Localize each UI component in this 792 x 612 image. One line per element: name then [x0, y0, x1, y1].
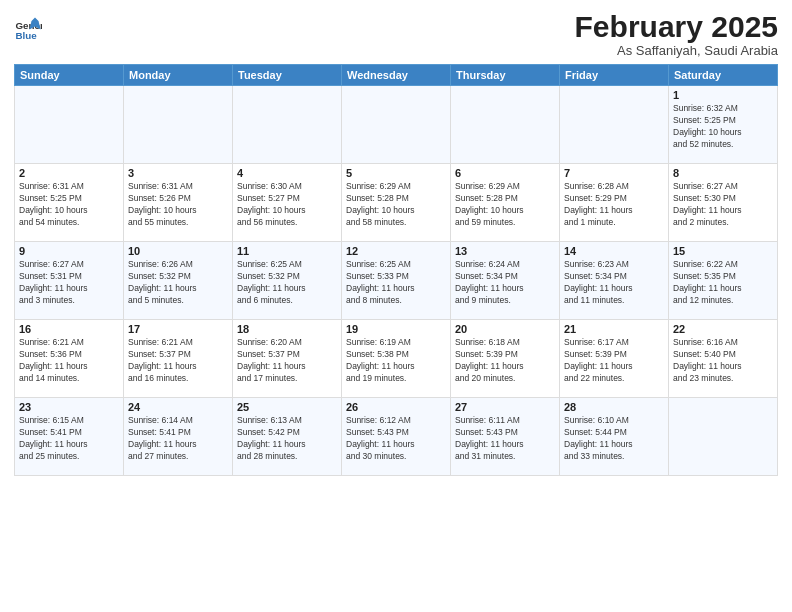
table-row: 6Sunrise: 6:29 AM Sunset: 5:28 PM Daylig… — [451, 164, 560, 242]
day-number: 25 — [237, 401, 337, 413]
table-row: 13Sunrise: 6:24 AM Sunset: 5:34 PM Dayli… — [451, 242, 560, 320]
day-number: 4 — [237, 167, 337, 179]
day-number: 20 — [455, 323, 555, 335]
day-number: 1 — [673, 89, 773, 101]
table-row: 28Sunrise: 6:10 AM Sunset: 5:44 PM Dayli… — [560, 398, 669, 476]
day-info: Sunrise: 6:27 AM Sunset: 5:30 PM Dayligh… — [673, 181, 773, 229]
day-number: 19 — [346, 323, 446, 335]
day-info: Sunrise: 6:21 AM Sunset: 5:36 PM Dayligh… — [19, 337, 119, 385]
day-number: 26 — [346, 401, 446, 413]
table-row — [560, 86, 669, 164]
day-info: Sunrise: 6:25 AM Sunset: 5:32 PM Dayligh… — [237, 259, 337, 307]
logo-icon: General Blue — [14, 14, 42, 42]
day-info: Sunrise: 6:29 AM Sunset: 5:28 PM Dayligh… — [455, 181, 555, 229]
table-row — [451, 86, 560, 164]
col-sunday: Sunday — [15, 65, 124, 86]
day-info: Sunrise: 6:21 AM Sunset: 5:37 PM Dayligh… — [128, 337, 228, 385]
week-row-1: 2Sunrise: 6:31 AM Sunset: 5:25 PM Daylig… — [15, 164, 778, 242]
day-number: 10 — [128, 245, 228, 257]
table-row — [342, 86, 451, 164]
table-row: 26Sunrise: 6:12 AM Sunset: 5:43 PM Dayli… — [342, 398, 451, 476]
day-number: 11 — [237, 245, 337, 257]
day-info: Sunrise: 6:10 AM Sunset: 5:44 PM Dayligh… — [564, 415, 664, 463]
table-row — [124, 86, 233, 164]
day-number: 12 — [346, 245, 446, 257]
table-row: 8Sunrise: 6:27 AM Sunset: 5:30 PM Daylig… — [669, 164, 778, 242]
table-row: 16Sunrise: 6:21 AM Sunset: 5:36 PM Dayli… — [15, 320, 124, 398]
table-row: 17Sunrise: 6:21 AM Sunset: 5:37 PM Dayli… — [124, 320, 233, 398]
calendar-table: Sunday Monday Tuesday Wednesday Thursday… — [14, 64, 778, 476]
day-info: Sunrise: 6:27 AM Sunset: 5:31 PM Dayligh… — [19, 259, 119, 307]
table-row — [233, 86, 342, 164]
day-number: 5 — [346, 167, 446, 179]
table-row: 10Sunrise: 6:26 AM Sunset: 5:32 PM Dayli… — [124, 242, 233, 320]
week-row-0: 1Sunrise: 6:32 AM Sunset: 5:25 PM Daylig… — [15, 86, 778, 164]
table-row: 20Sunrise: 6:18 AM Sunset: 5:39 PM Dayli… — [451, 320, 560, 398]
day-info: Sunrise: 6:25 AM Sunset: 5:33 PM Dayligh… — [346, 259, 446, 307]
day-info: Sunrise: 6:20 AM Sunset: 5:37 PM Dayligh… — [237, 337, 337, 385]
day-number: 9 — [19, 245, 119, 257]
day-info: Sunrise: 6:22 AM Sunset: 5:35 PM Dayligh… — [673, 259, 773, 307]
title-block: February 2025 As Saffaniyah, Saudi Arabi… — [575, 10, 778, 58]
day-info: Sunrise: 6:11 AM Sunset: 5:43 PM Dayligh… — [455, 415, 555, 463]
table-row: 21Sunrise: 6:17 AM Sunset: 5:39 PM Dayli… — [560, 320, 669, 398]
header-row: Sunday Monday Tuesday Wednesday Thursday… — [15, 65, 778, 86]
day-info: Sunrise: 6:30 AM Sunset: 5:27 PM Dayligh… — [237, 181, 337, 229]
day-number: 16 — [19, 323, 119, 335]
table-row: 24Sunrise: 6:14 AM Sunset: 5:41 PM Dayli… — [124, 398, 233, 476]
calendar-title: February 2025 — [575, 10, 778, 43]
col-monday: Monday — [124, 65, 233, 86]
day-number: 13 — [455, 245, 555, 257]
col-tuesday: Tuesday — [233, 65, 342, 86]
table-row: 25Sunrise: 6:13 AM Sunset: 5:42 PM Dayli… — [233, 398, 342, 476]
table-row: 9Sunrise: 6:27 AM Sunset: 5:31 PM Daylig… — [15, 242, 124, 320]
day-number: 8 — [673, 167, 773, 179]
day-number: 18 — [237, 323, 337, 335]
table-row: 15Sunrise: 6:22 AM Sunset: 5:35 PM Dayli… — [669, 242, 778, 320]
day-info: Sunrise: 6:16 AM Sunset: 5:40 PM Dayligh… — [673, 337, 773, 385]
table-row: 14Sunrise: 6:23 AM Sunset: 5:34 PM Dayli… — [560, 242, 669, 320]
table-row: 22Sunrise: 6:16 AM Sunset: 5:40 PM Dayli… — [669, 320, 778, 398]
day-info: Sunrise: 6:18 AM Sunset: 5:39 PM Dayligh… — [455, 337, 555, 385]
calendar-subtitle: As Saffaniyah, Saudi Arabia — [575, 43, 778, 58]
day-info: Sunrise: 6:24 AM Sunset: 5:34 PM Dayligh… — [455, 259, 555, 307]
table-row: 12Sunrise: 6:25 AM Sunset: 5:33 PM Dayli… — [342, 242, 451, 320]
table-row — [15, 86, 124, 164]
day-number: 28 — [564, 401, 664, 413]
day-number: 22 — [673, 323, 773, 335]
day-number: 15 — [673, 245, 773, 257]
table-row: 19Sunrise: 6:19 AM Sunset: 5:38 PM Dayli… — [342, 320, 451, 398]
table-row: 27Sunrise: 6:11 AM Sunset: 5:43 PM Dayli… — [451, 398, 560, 476]
header: General Blue February 2025 As Saffaniyah… — [14, 10, 778, 58]
day-info: Sunrise: 6:14 AM Sunset: 5:41 PM Dayligh… — [128, 415, 228, 463]
day-number: 6 — [455, 167, 555, 179]
day-number: 2 — [19, 167, 119, 179]
day-number: 21 — [564, 323, 664, 335]
day-number: 3 — [128, 167, 228, 179]
svg-text:Blue: Blue — [15, 30, 37, 41]
week-row-3: 16Sunrise: 6:21 AM Sunset: 5:36 PM Dayli… — [15, 320, 778, 398]
day-info: Sunrise: 6:31 AM Sunset: 5:25 PM Dayligh… — [19, 181, 119, 229]
table-row: 2Sunrise: 6:31 AM Sunset: 5:25 PM Daylig… — [15, 164, 124, 242]
logo: General Blue — [14, 14, 44, 42]
day-number: 14 — [564, 245, 664, 257]
day-number: 27 — [455, 401, 555, 413]
table-row: 7Sunrise: 6:28 AM Sunset: 5:29 PM Daylig… — [560, 164, 669, 242]
day-number: 23 — [19, 401, 119, 413]
day-info: Sunrise: 6:12 AM Sunset: 5:43 PM Dayligh… — [346, 415, 446, 463]
table-row: 4Sunrise: 6:30 AM Sunset: 5:27 PM Daylig… — [233, 164, 342, 242]
day-number: 17 — [128, 323, 228, 335]
day-info: Sunrise: 6:15 AM Sunset: 5:41 PM Dayligh… — [19, 415, 119, 463]
day-info: Sunrise: 6:31 AM Sunset: 5:26 PM Dayligh… — [128, 181, 228, 229]
table-row: 23Sunrise: 6:15 AM Sunset: 5:41 PM Dayli… — [15, 398, 124, 476]
day-info: Sunrise: 6:13 AM Sunset: 5:42 PM Dayligh… — [237, 415, 337, 463]
col-saturday: Saturday — [669, 65, 778, 86]
table-row — [669, 398, 778, 476]
table-row: 11Sunrise: 6:25 AM Sunset: 5:32 PM Dayli… — [233, 242, 342, 320]
day-info: Sunrise: 6:29 AM Sunset: 5:28 PM Dayligh… — [346, 181, 446, 229]
day-info: Sunrise: 6:17 AM Sunset: 5:39 PM Dayligh… — [564, 337, 664, 385]
day-info: Sunrise: 6:26 AM Sunset: 5:32 PM Dayligh… — [128, 259, 228, 307]
day-info: Sunrise: 6:28 AM Sunset: 5:29 PM Dayligh… — [564, 181, 664, 229]
table-row: 1Sunrise: 6:32 AM Sunset: 5:25 PM Daylig… — [669, 86, 778, 164]
page: General Blue February 2025 As Saffaniyah… — [0, 0, 792, 612]
